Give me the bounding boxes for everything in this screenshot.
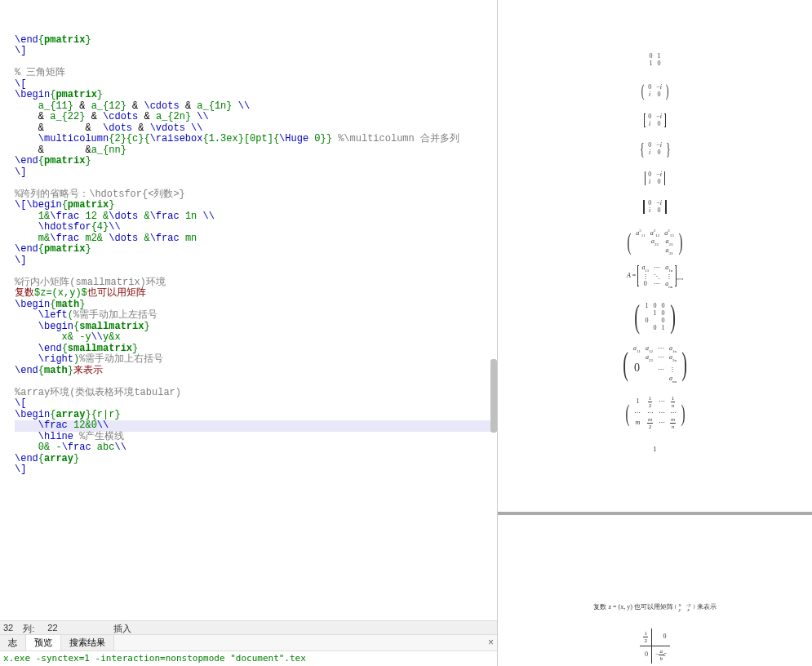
code-line[interactable]: 复数$z=(x,y)$也可以用矩阵 <box>15 288 497 300</box>
code-line[interactable]: 1&\frac 12 &\dots &\frac 1n \\ <box>15 211 497 223</box>
code-line[interactable]: \hdotsfor{4}\\ <box>15 222 497 233</box>
tab-log[interactable]: 志 <box>0 635 26 650</box>
code-line[interactable] <box>15 266 497 278</box>
code-line[interactable]: m&\frac m2& \dots &\frac mn <box>15 233 497 245</box>
code-line[interactable]: \right)%需手动加上右括号 <box>15 354 497 366</box>
inline-text-2: 来表示 <box>695 603 717 610</box>
status-col-label: 列: <box>23 623 34 633</box>
code-line[interactable]: %array环境(类似表格环境tabular) <box>15 388 497 399</box>
code-line[interactable]: \] <box>15 167 497 179</box>
code-line[interactable]: \] <box>15 464 497 476</box>
code-editor[interactable]: \end{pmatrix}\] % 三角矩阵\[\begin{pmatrix} … <box>0 0 497 620</box>
code-line[interactable]: & & \dots & \vdots \\ <box>15 123 497 135</box>
tab-search-results[interactable]: 搜索结果 <box>61 635 114 650</box>
status-mode: 插入 <box>113 623 131 633</box>
code-line[interactable]: \end{pmatrix} <box>15 35 497 47</box>
close-icon[interactable]: × <box>488 637 494 648</box>
code-line[interactable] <box>15 57 497 69</box>
left-pane: \end{pmatrix}\] % 三角矩阵\[\begin{pmatrix} … <box>0 0 498 666</box>
log-output: x.exe -synctex=1 -interaction=nonstopmod… <box>0 651 497 666</box>
scrollbar-thumb[interactable] <box>490 359 497 433</box>
code-line[interactable]: \end{pmatrix} <box>15 156 497 167</box>
code-line[interactable]: % 三角矩阵 <box>15 68 497 79</box>
code-line[interactable]: \begin{pmatrix} <box>15 90 497 101</box>
code-line[interactable]: \] <box>15 255 497 267</box>
code-line[interactable]: a_{11} & a_{12} & \cdots & a_{1n} \\ <box>15 101 497 113</box>
code-line[interactable]: \[ <box>15 79 497 91</box>
code-line[interactable]: \multicolumn{2}{c}{\raisebox{1.3ex}[0pt]… <box>15 134 497 145</box>
code-line[interactable]: 0& -\frac abc\\ <box>15 442 497 454</box>
code-line[interactable]: \hline %产生横线 <box>15 432 497 443</box>
code-line[interactable]: \end{pmatrix} <box>15 244 497 255</box>
code-line[interactable]: \begin{smallmatrix} <box>15 322 497 333</box>
code-line[interactable] <box>15 376 497 388</box>
code-line[interactable]: \] <box>15 46 497 57</box>
code-line[interactable]: %跨列的省略号：\hdotsfor{<列数>} <box>15 189 497 201</box>
code-line[interactable]: & a_{22} & \cdots & a_{2n} \\ <box>15 112 497 123</box>
code-line[interactable]: %行内小矩阵(smallmatrix)环境 <box>15 278 497 289</box>
inline-text-1: 复数 z = (x, y) 也可以用矩阵 <box>593 603 674 610</box>
code-line[interactable]: \left(%需手动加上左括号 <box>15 310 497 322</box>
code-line[interactable]: \[\begin{pmatrix} <box>15 200 497 211</box>
code-line[interactable]: & &a_{nn} <box>15 145 497 157</box>
code-line[interactable]: \frac 12&0\\ <box>15 420 497 432</box>
pdf-preview-pane[interactable]: 01 10 ( 0−i i0 ) 0−i i0 { <box>498 0 812 666</box>
code-line[interactable]: \end{array} <box>15 454 497 465</box>
code-line[interactable] <box>15 178 497 189</box>
code-line[interactable]: \end{math}来表示 <box>15 366 497 377</box>
status-col-val: 22 <box>47 623 57 633</box>
bottom-tabs: 志 预览 搜索结果 × <box>0 635 497 651</box>
code-line[interactable]: \begin{math} <box>15 300 497 311</box>
code-line[interactable]: x& -y\\y&x <box>15 332 497 344</box>
status-bar: 32 列: 22 插入 <box>0 620 497 635</box>
preview-page-2: 复数 z = (x, y) 也可以用矩阵 (x−yyx) 来表示 120 0−a… <box>498 0 812 666</box>
code-line[interactable]: \[ <box>15 398 497 410</box>
status-line: 32 <box>3 623 13 633</box>
code-line[interactable]: \end{smallmatrix} <box>15 344 497 355</box>
code-line[interactable]: \begin{array}{r|r} <box>15 410 497 421</box>
tab-preview[interactable]: 预览 <box>26 635 61 650</box>
